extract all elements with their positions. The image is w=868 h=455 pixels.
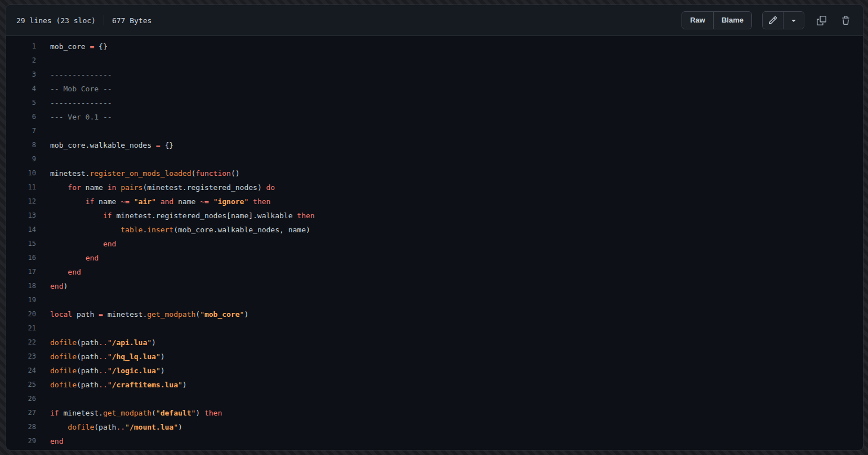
line-number[interactable]: 22 — [6, 335, 36, 350]
header-actions: Raw Blame — [682, 11, 853, 29]
code-line-content: if minetest.registered_nodes[name].walka… — [36, 209, 315, 223]
code-line-content: dofile(path.."/craftitems.lua") — [36, 378, 187, 392]
code-line-content: end — [36, 265, 81, 279]
line-number[interactable]: 28 — [6, 420, 36, 434]
trash-icon — [841, 16, 851, 25]
code-line-content: local path = minetest.get_modpath("mob_c… — [36, 307, 248, 321]
code-line: 16 end — [6, 251, 863, 265]
code-line: 26 — [6, 392, 863, 406]
line-number[interactable]: 15 — [6, 237, 36, 251]
code-line-content: dofile(path.."/logic.lua") — [36, 364, 165, 378]
file-size-info: 677 Bytes — [112, 16, 152, 25]
code-line-content — [36, 152, 50, 166]
file-lines-info: 29 lines (23 sloc) — [16, 16, 96, 25]
code-line-content: dofile(path.."/api.lua") — [36, 335, 156, 350]
code-line: 6--- Ver 0.1 -- — [6, 110, 863, 124]
copy-icon — [817, 16, 826, 25]
code-line-content: end) — [36, 279, 68, 293]
code-line: 7 — [6, 124, 863, 138]
code-line-content: end — [36, 434, 63, 448]
line-number[interactable]: 17 — [6, 265, 36, 279]
line-number[interactable]: 3 — [6, 68, 36, 82]
code-line-content: if minetest.get_modpath("default") then — [36, 406, 222, 420]
line-number[interactable]: 6 — [6, 110, 36, 124]
line-number[interactable]: 1 — [6, 39, 36, 54]
line-number[interactable]: 4 — [6, 82, 36, 96]
code-line-content: if name ~= "air" and name ~= "ignore" th… — [36, 195, 270, 209]
line-number[interactable]: 27 — [6, 406, 36, 420]
code-line: 3-------------- — [6, 68, 863, 82]
code-line-content — [36, 392, 50, 406]
code-line: 13 if minetest.registered_nodes[name].wa… — [6, 209, 863, 223]
code-line-content: minetest.register_on_mods_loaded(functio… — [36, 166, 240, 180]
line-number[interactable]: 11 — [6, 180, 36, 195]
edit-button[interactable] — [763, 12, 783, 29]
delete-button[interactable] — [839, 14, 853, 28]
code-line: 10minetest.register_on_mods_loaded(funct… — [6, 166, 863, 180]
code-line-content: -------------- — [36, 68, 112, 82]
code-line: 23dofile(path.."/hq_lq.lua") — [6, 350, 863, 364]
pencil-icon — [768, 16, 777, 25]
code-line: 14 table.insert(mob_core.walkable_nodes,… — [6, 223, 863, 237]
code-line: 17 end — [6, 265, 863, 279]
line-number[interactable]: 7 — [6, 124, 36, 138]
code-line: 21 — [6, 321, 863, 335]
line-number[interactable]: 14 — [6, 223, 36, 237]
line-number[interactable]: 18 — [6, 279, 36, 293]
code-line: 29end — [6, 434, 863, 448]
code-line-content: mob_core.walkable_nodes = {} — [36, 138, 173, 152]
raw-blame-group: Raw Blame — [682, 11, 752, 29]
code-line: 11 for name in pairs(minetest.registered… — [6, 180, 863, 195]
caret-down-icon — [789, 16, 798, 25]
code-line-content: mob_core = {} — [36, 39, 108, 54]
code-line-content: table.insert(mob_core.walkable_nodes, na… — [36, 223, 310, 237]
code-line-content — [36, 293, 50, 307]
line-number[interactable]: 20 — [6, 307, 36, 321]
code-line: 5-------------- — [6, 96, 863, 110]
meta-divider — [104, 15, 104, 25]
line-number[interactable]: 8 — [6, 138, 36, 152]
line-number[interactable]: 29 — [6, 434, 36, 448]
code-line: 27if minetest.get_modpath("default") the… — [6, 406, 863, 420]
code-line: 24dofile(path.."/logic.lua") — [6, 364, 863, 378]
code-line: 8mob_core.walkable_nodes = {} — [6, 138, 863, 152]
raw-button[interactable]: Raw — [682, 12, 713, 29]
code-line-content: end — [36, 251, 99, 265]
line-number[interactable]: 2 — [6, 54, 36, 68]
edit-dropdown-button[interactable] — [783, 12, 804, 29]
line-number[interactable]: 10 — [6, 166, 36, 180]
line-number[interactable]: 19 — [6, 293, 36, 307]
line-number[interactable]: 5 — [6, 96, 36, 110]
code-line: 9 — [6, 152, 863, 166]
line-number[interactable]: 25 — [6, 378, 36, 392]
code-line: 15 end — [6, 237, 863, 251]
copy-button[interactable] — [814, 14, 829, 28]
code-line: 12 if name ~= "air" and name ~= "ignore"… — [6, 195, 863, 209]
file-viewer: 29 lines (23 sloc) 677 Bytes Raw Blame — [6, 5, 863, 450]
code-line: 1mob_core = {} — [6, 39, 863, 54]
code-line-content: end — [36, 237, 116, 251]
code-line: 22dofile(path.."/api.lua") — [6, 335, 863, 350]
line-number[interactable]: 9 — [6, 152, 36, 166]
edit-button-group — [762, 11, 804, 29]
line-number[interactable]: 13 — [6, 209, 36, 223]
code-line: 20local path = minetest.get_modpath("mob… — [6, 307, 863, 321]
code-line-content — [36, 321, 50, 335]
code-line-content: -- Mob Core -- — [36, 82, 112, 96]
code-line-content: --- Ver 0.1 -- — [36, 110, 112, 124]
code-line-content: for name in pairs(minetest.registered_no… — [36, 180, 275, 195]
line-number[interactable]: 23 — [6, 350, 36, 364]
line-number[interactable]: 12 — [6, 195, 36, 209]
line-number[interactable]: 24 — [6, 364, 36, 378]
code-area: 1mob_core = {}23--------------4-- Mob Co… — [6, 36, 863, 450]
line-number[interactable]: 26 — [6, 392, 36, 406]
code-line: 18end) — [6, 279, 863, 293]
line-number[interactable]: 21 — [6, 321, 36, 335]
code-line: 25dofile(path.."/craftitems.lua") — [6, 378, 863, 392]
code-line-content — [36, 54, 50, 68]
code-line-content: dofile(path.."/mount.lua") — [36, 420, 182, 434]
line-number[interactable]: 16 — [6, 251, 36, 265]
code-line-content: -------------- — [36, 96, 112, 110]
blame-button[interactable]: Blame — [713, 12, 751, 29]
file-header: 29 lines (23 sloc) 677 Bytes Raw Blame — [6, 5, 863, 36]
